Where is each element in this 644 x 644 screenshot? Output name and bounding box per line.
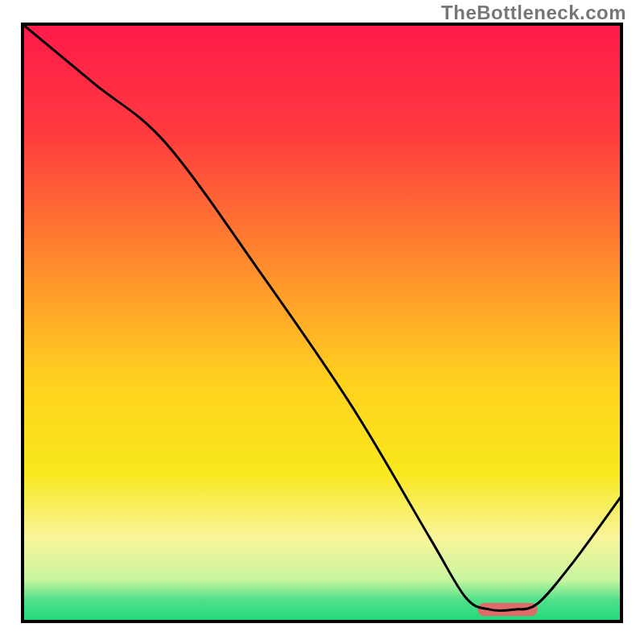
bottleneck-chart (0, 0, 644, 644)
watermark-text: TheBottleneck.com (441, 2, 626, 24)
chart-frame: TheBottleneck.com (0, 0, 644, 644)
gradient-background (23, 24, 621, 621)
